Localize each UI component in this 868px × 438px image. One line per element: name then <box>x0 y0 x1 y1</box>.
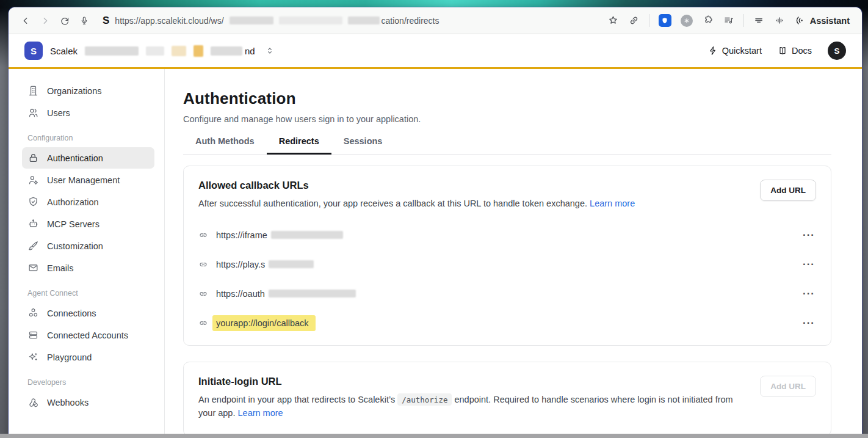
row-menu-button[interactable]: ··· <box>801 257 816 272</box>
tab-auth-methods[interactable]: Auth Methods <box>183 136 267 154</box>
user-avatar[interactable]: S <box>828 42 846 60</box>
redacted-text <box>230 16 273 24</box>
copy-link-icon[interactable] <box>628 12 640 30</box>
add-url-button[interactable]: Add URL <box>760 180 816 201</box>
callback-url-row: https://oauth ··· <box>198 279 816 308</box>
lock-icon <box>27 152 39 164</box>
reading-list-icon[interactable] <box>753 12 765 30</box>
shield-check-icon <box>27 196 39 208</box>
bookmark-star-icon[interactable] <box>607 12 619 30</box>
initiate-login-url-card: Initiate-login URL An endpoint in your a… <box>183 362 831 437</box>
callback-url-list: https://iframe ··· https://play.s ··· <box>198 221 816 338</box>
learn-more-link[interactable]: Learn more <box>238 408 283 418</box>
robot-icon <box>27 218 39 230</box>
playlist-extension-icon[interactable] <box>723 12 734 30</box>
learn-more-link[interactable]: Learn more <box>590 199 635 208</box>
sidebar-item-connected-accounts[interactable]: Connected Accounts <box>22 324 154 346</box>
redacted-text <box>146 46 164 56</box>
url-suffix: cation/redirects <box>382 16 439 26</box>
docs-label: Docs <box>792 46 812 56</box>
callback-url-row-highlighted: yourapp://login/callback ··· <box>198 308 816 338</box>
extension-puzzle-icon[interactable] <box>702 12 714 30</box>
callback-url-text: https://iframe <box>216 230 267 240</box>
link-icon <box>198 230 208 240</box>
sidebar-item-mcp-servers[interactable]: MCP Servers <box>22 213 154 235</box>
redacted-text <box>172 46 186 56</box>
main-content: Authentication Configure and manage how … <box>165 69 862 438</box>
redacted-text <box>269 290 356 297</box>
sidebar-group-label: Configuration <box>27 134 154 142</box>
page-subtitle: Configure and manage how users sign in t… <box>183 114 831 124</box>
link-icon <box>198 289 208 299</box>
url-prefix: https://app.scalekit.cloud/ws/ <box>115 16 223 26</box>
sidebar-item-user-management[interactable]: User Management <box>22 169 154 191</box>
row-menu-button[interactable]: ··· <box>801 286 816 301</box>
tab-bar: Auth Methods Redirects Sessions <box>183 136 831 155</box>
callback-url-row: https://iframe ··· <box>198 221 816 250</box>
sidebar-group-label: Agent Connect <box>27 289 154 297</box>
extension-icon[interactable] <box>681 15 693 27</box>
sidebar-item-label: MCP Servers <box>47 219 99 229</box>
toolbar-divider <box>743 14 744 27</box>
sidebar-item-connections[interactable]: Connections <box>22 302 154 324</box>
sidebar-item-emails[interactable]: Emails <box>22 257 154 279</box>
assistant-label: Assistant <box>810 16 850 26</box>
redacted-text <box>85 46 139 56</box>
sidebar-item-organizations[interactable]: Organizations <box>22 80 154 101</box>
password-manager-extension-icon[interactable] <box>659 14 671 27</box>
sidebar-item-label: Webhooks <box>47 398 89 407</box>
site-favicon: S <box>103 15 109 27</box>
sidebar-item-label: Connected Accounts <box>47 330 128 340</box>
app-header: S Scalek nd Quickstart Docs S <box>9 34 862 67</box>
voice-bars-icon[interactable] <box>774 12 786 30</box>
quickstart-label: Quickstart <box>722 46 762 56</box>
workspace-name-suffix: nd <box>245 46 255 56</box>
redacted-text <box>269 260 314 268</box>
card-description: After successful authentication, your ap… <box>198 199 587 208</box>
highlighted-callback-url-text: yourapp://login/callback <box>212 315 316 331</box>
sidebar-item-authorization[interactable]: Authorization <box>22 191 154 213</box>
callback-url-text: https://oauth <box>216 289 265 299</box>
callback-url-text: https://play.s <box>216 260 265 269</box>
sidebar-item-users[interactable]: Users <box>22 102 154 123</box>
forward-button[interactable] <box>35 12 55 30</box>
server-stack-icon <box>27 329 39 341</box>
paintbrush-icon <box>27 240 39 252</box>
sidebar-item-playground[interactable]: Playground <box>22 346 154 368</box>
cubes-icon <box>27 307 39 319</box>
sparkles-icon <box>27 351 39 363</box>
microphone-icon[interactable] <box>74 12 94 30</box>
redacted-text <box>211 46 242 56</box>
back-button[interactable] <box>16 12 35 30</box>
users-icon <box>27 107 39 119</box>
sidebar-item-label: Customization <box>47 241 103 251</box>
link-icon <box>198 260 208 269</box>
building-icon <box>27 85 39 97</box>
sidebar-item-webhooks[interactable]: Webhooks <box>22 392 154 413</box>
sidebar-item-label: Authorization <box>47 197 99 207</box>
tab-sessions[interactable]: Sessions <box>331 136 395 154</box>
card-title: Initiate-login URL <box>198 376 748 387</box>
sidebar-item-authentication[interactable]: Authentication <box>22 147 154 169</box>
tab-redirects[interactable]: Redirects <box>267 136 331 154</box>
address-bar[interactable]: S https://app.scalekit.cloud/ws/ cation/… <box>94 15 607 27</box>
allowed-callback-urls-card: Allowed callback URLs After successful a… <box>183 166 831 346</box>
sidebar-item-label: Playground <box>47 352 92 362</box>
quickstart-button[interactable]: Quickstart <box>708 46 762 56</box>
docs-button[interactable]: Docs <box>778 46 812 56</box>
sidebar-item-customization[interactable]: Customization <box>22 235 154 257</box>
row-menu-button[interactable]: ··· <box>801 227 816 243</box>
card-title: Allowed callback URLs <box>198 180 635 191</box>
assistant-wave-icon <box>795 15 806 26</box>
redacted-text <box>279 16 342 24</box>
workspace-switcher[interactable]: S Scalek nd <box>24 42 275 60</box>
sidebar-item-label: Emails <box>47 263 74 273</box>
callback-url-row: https://play.s ··· <box>198 250 816 279</box>
reload-button[interactable] <box>55 12 74 30</box>
assistant-button[interactable]: Assistant <box>795 15 850 26</box>
toolbar-extensions: Assistant <box>607 12 855 30</box>
row-menu-button[interactable]: ··· <box>801 315 816 330</box>
add-url-button-disabled[interactable]: Add URL <box>760 376 816 397</box>
sidebar-item-label: Organizations <box>47 86 101 96</box>
workspace-name-prefix: Scalek <box>50 46 78 56</box>
